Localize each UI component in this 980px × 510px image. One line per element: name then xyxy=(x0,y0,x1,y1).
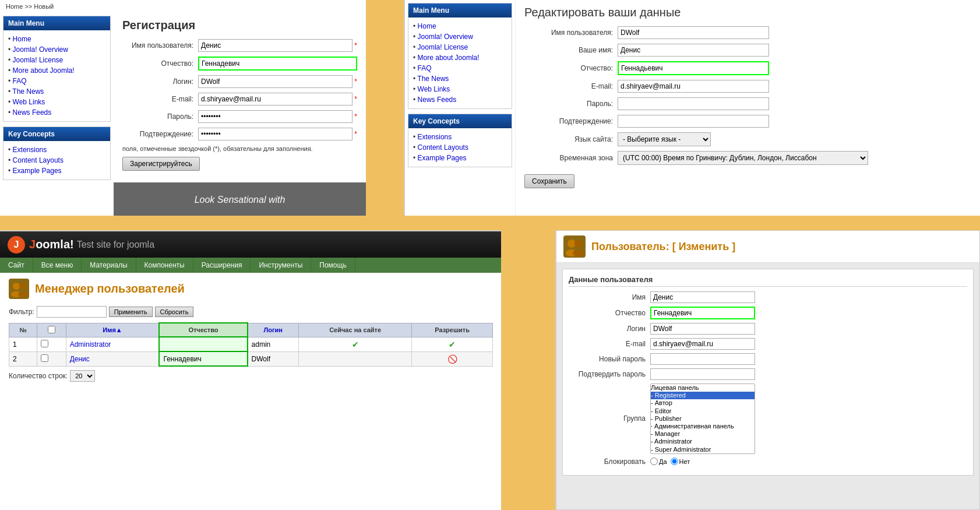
edit-timezone-label: Временная зона xyxy=(524,154,618,162)
sidebar-item-home[interactable]: Home xyxy=(8,34,105,44)
row2-num: 2 xyxy=(9,351,37,366)
detail-new-password-input[interactable] xyxy=(650,353,755,365)
nav-tools[interactable]: Инструменты xyxy=(251,258,311,273)
edit-email-input[interactable] xyxy=(618,80,769,93)
sidebar-item-content-layouts[interactable]: Content Layouts xyxy=(8,155,105,166)
user-edit-link[interactable]: [ Изменить ] xyxy=(672,241,736,252)
r-sidebar-item-faq[interactable]: FAQ xyxy=(413,63,507,73)
group-list[interactable]: Лицевая панель - Registered - Автор - Ed… xyxy=(650,384,755,454)
nav-all-menus[interactable]: Все меню xyxy=(33,258,82,273)
rows-select[interactable]: 20 5 10 15 25 xyxy=(70,370,95,382)
right-sidebar: Main Menu Home Joomla! Overview Joomla! … xyxy=(405,0,516,217)
row1-checkbox[interactable] xyxy=(41,340,48,347)
svg-point-6 xyxy=(567,240,576,248)
filter-input[interactable] xyxy=(37,306,107,318)
admin-content: Менеджер пользователей Фильтр: Применить… xyxy=(0,273,502,388)
detail-name-label: Имя xyxy=(569,293,650,301)
r-sidebar-item-home[interactable]: Home xyxy=(413,21,507,31)
username-required: * xyxy=(354,41,357,50)
sidebar-item-news[interactable]: The News xyxy=(8,86,105,97)
detail-email-input[interactable] xyxy=(650,338,755,350)
r-sidebar-item-newsfeeds[interactable]: News Feeds xyxy=(413,94,507,105)
nav-site[interactable]: Сайт xyxy=(0,258,33,273)
detail-email-row: E-mail xyxy=(569,338,967,350)
password-required: * xyxy=(354,112,357,121)
apply-button[interactable]: Применить xyxy=(109,307,153,317)
r-sidebar-item-joomla-license[interactable]: Joomla! License xyxy=(413,42,507,52)
r-sidebar-item-weblinks[interactable]: Web Links xyxy=(413,84,507,94)
edit-username-input[interactable] xyxy=(618,26,769,39)
sidebar-item-more-joomla[interactable]: More about Joomla! xyxy=(8,65,105,76)
password-input[interactable] xyxy=(198,110,352,123)
r-sidebar-item-news[interactable]: The News xyxy=(413,73,507,84)
row1-allowed: ✔ xyxy=(412,337,493,351)
edit-form-area: Редактировать ваши данные Имя пользовате… xyxy=(516,0,980,217)
edit-language-select[interactable]: - Выберите язык - xyxy=(618,132,711,146)
joomla-logo-icon: J xyxy=(7,235,26,254)
confirm-label: Подтверждение: xyxy=(122,130,198,138)
nav-materials[interactable]: Материалы xyxy=(82,258,136,273)
patronymic-input[interactable] xyxy=(198,57,357,71)
banner-area: Look Sensational with xyxy=(114,182,366,217)
save-button[interactable]: Сохранить xyxy=(524,174,574,188)
joomla-logo: J Joomla! Test site for joomla xyxy=(7,235,154,254)
select-all-checkbox[interactable] xyxy=(48,326,55,333)
banner-text: Look Sensational with xyxy=(195,195,285,205)
group-option-author: - Автор xyxy=(651,399,755,407)
login-sort-link[interactable]: Логин xyxy=(264,326,283,333)
confirm-input[interactable] xyxy=(198,128,352,140)
right-main-menu-box: Main Menu Home Joomla! Overview Joomla! … xyxy=(408,3,512,109)
edit-email-row: E-mail: xyxy=(524,80,971,93)
sidebar-item-faq[interactable]: FAQ xyxy=(8,76,105,86)
name-sort-link[interactable]: Имя▲ xyxy=(103,326,122,333)
nav-components[interactable]: Компоненты xyxy=(136,258,193,273)
sidebar-item-extensions[interactable]: Extensions xyxy=(8,145,105,155)
detail-login-input[interactable] xyxy=(650,323,755,335)
group-option-admin-panel: · Административная панель xyxy=(651,423,755,430)
username-input[interactable] xyxy=(198,39,352,52)
nav-help[interactable]: Помощь xyxy=(311,258,355,273)
sidebar-item-joomla-overview[interactable]: Joomla! Overview xyxy=(8,44,105,55)
r-sidebar-item-example-pages[interactable]: Example Pages xyxy=(413,153,507,163)
edit-patronymic-input[interactable] xyxy=(618,61,769,75)
sidebar-item-newsfeeds[interactable]: News Feeds xyxy=(8,107,105,118)
block-radio-no[interactable] xyxy=(671,458,678,465)
gap-hl xyxy=(366,0,404,219)
detail-patronymic-input[interactable] xyxy=(650,307,755,319)
row2-checkbox[interactable] xyxy=(41,354,48,362)
login-input[interactable] xyxy=(198,75,352,88)
users-icon xyxy=(10,280,28,298)
svg-text:J: J xyxy=(14,240,19,249)
edit-timezone-select[interactable]: (UTC 00:00) Время по Гринвичу: Дублин, Л… xyxy=(618,151,868,165)
row1-name-link[interactable]: Administrator xyxy=(70,340,111,349)
detail-name-input[interactable] xyxy=(650,291,755,303)
block-no-label: Нет xyxy=(679,458,690,465)
sidebar-item-weblinks[interactable]: Web Links xyxy=(8,97,105,107)
sidebar-item-joomla-license[interactable]: Joomla! License xyxy=(8,55,105,65)
col-name: Имя▲ xyxy=(66,323,159,337)
r-sidebar-item-extensions[interactable]: Extensions xyxy=(413,132,507,142)
row1-login: admin xyxy=(248,337,299,351)
admin-nav: Сайт Все меню Материалы Компоненты Расши… xyxy=(0,258,502,273)
login-label: Логин: xyxy=(122,78,198,86)
reset-button[interactable]: Сбросить xyxy=(155,307,194,317)
key-concepts-content: Extensions Content Layouts Example Pages xyxy=(3,141,110,180)
r-sidebar-item-content-layouts[interactable]: Content Layouts xyxy=(413,142,507,153)
r-sidebar-item-joomla-overview[interactable]: Joomla! Overview xyxy=(413,31,507,42)
row2-name-link[interactable]: Денис xyxy=(70,355,90,363)
edit-password-input[interactable] xyxy=(618,97,769,110)
detail-confirm-password-input[interactable] xyxy=(650,368,755,380)
col-check xyxy=(37,323,66,337)
block-radio-yes[interactable] xyxy=(650,458,658,465)
user-detail-panel: Пользователь: [ Изменить ] Данные пользо… xyxy=(555,230,980,510)
edit-confirm-input[interactable] xyxy=(618,115,769,128)
username-row: Имя пользователя: * xyxy=(122,39,357,52)
email-input[interactable] xyxy=(198,93,352,105)
edit-name-input[interactable] xyxy=(618,44,769,57)
nav-extensions[interactable]: Расширения xyxy=(193,258,251,273)
r-sidebar-item-more-joomla[interactable]: More about Joomla! xyxy=(413,52,507,63)
sidebar-item-example-pages[interactable]: Example Pages xyxy=(8,166,105,176)
edit-email-label: E-mail: xyxy=(524,82,618,90)
registration-title: Регистрация xyxy=(122,19,357,32)
register-button[interactable]: Зарегистрируйтесь xyxy=(122,157,200,171)
